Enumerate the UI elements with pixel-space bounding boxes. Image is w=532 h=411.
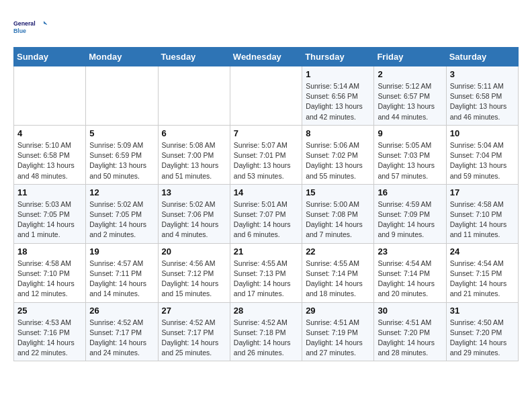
day-number: 26 bbox=[89, 306, 154, 316]
logo: General Blue bbox=[13, 13, 47, 40]
day-info: Sunrise: 4:52 AMSunset: 7:18 PMDaylight:… bbox=[234, 318, 298, 359]
calendar-cell: 25Sunrise: 4:53 AMSunset: 7:16 PMDayligh… bbox=[14, 302, 86, 361]
calendar-cell: 3Sunrise: 5:11 AMSunset: 6:58 PMDaylight… bbox=[446, 66, 518, 126]
day-number: 31 bbox=[450, 306, 515, 316]
day-info: Sunrise: 4:54 AMSunset: 7:14 PMDaylight:… bbox=[378, 259, 442, 300]
day-number: 25 bbox=[17, 306, 82, 316]
day-info: Sunrise: 5:11 AMSunset: 6:58 PMDaylight:… bbox=[450, 81, 515, 122]
calendar-cell: 14Sunrise: 5:01 AMSunset: 7:07 PMDayligh… bbox=[230, 184, 302, 243]
day-info: Sunrise: 5:10 AMSunset: 6:58 PMDaylight:… bbox=[17, 140, 82, 181]
calendar-cell bbox=[230, 66, 302, 126]
week-row-2: 4Sunrise: 5:10 AMSunset: 6:58 PMDaylight… bbox=[14, 125, 519, 184]
day-info: Sunrise: 4:52 AMSunset: 7:17 PMDaylight:… bbox=[89, 318, 154, 359]
day-info: Sunrise: 5:01 AMSunset: 7:07 PMDaylight:… bbox=[234, 199, 298, 240]
calendar-cell: 22Sunrise: 4:55 AMSunset: 7:14 PMDayligh… bbox=[302, 243, 374, 302]
day-info: Sunrise: 4:58 AMSunset: 7:10 PMDaylight:… bbox=[17, 259, 82, 300]
day-number: 23 bbox=[378, 246, 442, 257]
weekday-header-saturday: Saturday bbox=[446, 48, 518, 66]
day-info: Sunrise: 5:09 AMSunset: 6:59 PMDaylight:… bbox=[89, 140, 154, 181]
calendar-cell: 28Sunrise: 4:52 AMSunset: 7:18 PMDayligh… bbox=[230, 302, 302, 361]
calendar-cell: 29Sunrise: 4:51 AMSunset: 7:19 PMDayligh… bbox=[302, 302, 374, 361]
calendar-cell: 4Sunrise: 5:10 AMSunset: 6:58 PMDaylight… bbox=[14, 125, 86, 184]
calendar-cell: 17Sunrise: 4:58 AMSunset: 7:10 PMDayligh… bbox=[446, 184, 518, 243]
weekday-header-wednesday: Wednesday bbox=[230, 48, 302, 66]
day-info: Sunrise: 4:53 AMSunset: 7:16 PMDaylight:… bbox=[17, 318, 82, 359]
day-number: 5 bbox=[89, 128, 154, 138]
day-number: 20 bbox=[162, 246, 226, 257]
calendar-cell: 11Sunrise: 5:03 AMSunset: 7:05 PMDayligh… bbox=[14, 184, 86, 243]
day-info: Sunrise: 5:07 AMSunset: 7:01 PMDaylight:… bbox=[234, 140, 298, 181]
day-info: Sunrise: 4:51 AMSunset: 7:20 PMDaylight:… bbox=[378, 318, 442, 359]
calendar-cell: 13Sunrise: 5:02 AMSunset: 7:06 PMDayligh… bbox=[158, 184, 230, 243]
day-info: Sunrise: 5:12 AMSunset: 6:57 PMDaylight:… bbox=[378, 81, 442, 122]
calendar-cell: 26Sunrise: 4:52 AMSunset: 7:17 PMDayligh… bbox=[86, 302, 158, 361]
svg-text:Blue: Blue bbox=[13, 28, 26, 34]
calendar-cell bbox=[158, 66, 230, 126]
day-number: 4 bbox=[17, 128, 82, 138]
day-number: 21 bbox=[234, 246, 298, 257]
calendar-cell: 12Sunrise: 5:02 AMSunset: 7:05 PMDayligh… bbox=[86, 184, 158, 243]
day-number: 19 bbox=[89, 246, 154, 257]
day-number: 9 bbox=[378, 128, 442, 138]
day-info: Sunrise: 5:05 AMSunset: 7:03 PMDaylight:… bbox=[378, 140, 442, 181]
weekday-header-friday: Friday bbox=[374, 48, 446, 66]
day-info: Sunrise: 5:03 AMSunset: 7:05 PMDaylight:… bbox=[17, 199, 82, 240]
calendar-cell bbox=[86, 66, 158, 126]
day-info: Sunrise: 4:55 AMSunset: 7:13 PMDaylight:… bbox=[234, 259, 298, 300]
calendar-cell: 8Sunrise: 5:06 AMSunset: 7:02 PMDaylight… bbox=[302, 125, 374, 184]
day-info: Sunrise: 4:59 AMSunset: 7:09 PMDaylight:… bbox=[378, 199, 442, 240]
calendar-cell: 16Sunrise: 4:59 AMSunset: 7:09 PMDayligh… bbox=[374, 184, 446, 243]
day-number: 15 bbox=[306, 187, 370, 197]
day-number: 18 bbox=[17, 246, 82, 257]
day-number: 29 bbox=[306, 306, 370, 316]
weekday-header-tuesday: Tuesday bbox=[158, 48, 230, 66]
day-info: Sunrise: 4:54 AMSunset: 7:15 PMDaylight:… bbox=[450, 259, 515, 300]
day-number: 24 bbox=[450, 246, 515, 257]
day-number: 11 bbox=[17, 187, 82, 197]
day-info: Sunrise: 5:04 AMSunset: 7:04 PMDaylight:… bbox=[450, 140, 515, 181]
day-number: 1 bbox=[306, 69, 370, 79]
day-number: 16 bbox=[378, 187, 442, 197]
svg-text:General: General bbox=[13, 20, 36, 27]
calendar-cell: 23Sunrise: 4:54 AMSunset: 7:14 PMDayligh… bbox=[374, 243, 446, 302]
day-number: 10 bbox=[450, 128, 515, 138]
week-row-3: 11Sunrise: 5:03 AMSunset: 7:05 PMDayligh… bbox=[14, 184, 519, 243]
day-number: 17 bbox=[450, 187, 515, 197]
calendar-cell: 19Sunrise: 4:57 AMSunset: 7:11 PMDayligh… bbox=[86, 243, 158, 302]
day-number: 8 bbox=[306, 128, 370, 138]
day-number: 6 bbox=[162, 128, 226, 138]
day-info: Sunrise: 4:56 AMSunset: 7:12 PMDaylight:… bbox=[162, 259, 226, 300]
page-header: General Blue bbox=[13, 13, 519, 40]
calendar-table: SundayMondayTuesdayWednesdayThursdayFrid… bbox=[13, 47, 519, 361]
day-info: Sunrise: 5:06 AMSunset: 7:02 PMDaylight:… bbox=[306, 140, 370, 181]
day-number: 13 bbox=[162, 187, 226, 197]
day-number: 28 bbox=[234, 306, 298, 316]
day-info: Sunrise: 5:00 AMSunset: 7:08 PMDaylight:… bbox=[306, 199, 370, 240]
day-number: 27 bbox=[162, 306, 226, 316]
weekday-header-monday: Monday bbox=[86, 48, 158, 66]
calendar-cell: 5Sunrise: 5:09 AMSunset: 6:59 PMDaylight… bbox=[86, 125, 158, 184]
weekday-header-row: SundayMondayTuesdayWednesdayThursdayFrid… bbox=[14, 48, 519, 66]
calendar-cell: 10Sunrise: 5:04 AMSunset: 7:04 PMDayligh… bbox=[446, 125, 518, 184]
day-info: Sunrise: 5:02 AMSunset: 7:06 PMDaylight:… bbox=[162, 199, 226, 240]
day-info: Sunrise: 4:58 AMSunset: 7:10 PMDaylight:… bbox=[450, 199, 515, 240]
week-row-4: 18Sunrise: 4:58 AMSunset: 7:10 PMDayligh… bbox=[14, 243, 519, 302]
day-info: Sunrise: 5:02 AMSunset: 7:05 PMDaylight:… bbox=[89, 199, 154, 240]
week-row-5: 25Sunrise: 4:53 AMSunset: 7:16 PMDayligh… bbox=[14, 302, 519, 361]
day-number: 14 bbox=[234, 187, 298, 197]
calendar-cell: 9Sunrise: 5:05 AMSunset: 7:03 PMDaylight… bbox=[374, 125, 446, 184]
day-number: 2 bbox=[378, 69, 442, 79]
day-info: Sunrise: 4:51 AMSunset: 7:19 PMDaylight:… bbox=[306, 318, 370, 359]
day-number: 12 bbox=[89, 187, 154, 197]
day-info: Sunrise: 4:55 AMSunset: 7:14 PMDaylight:… bbox=[306, 259, 370, 300]
calendar-cell: 27Sunrise: 4:52 AMSunset: 7:17 PMDayligh… bbox=[158, 302, 230, 361]
day-number: 22 bbox=[306, 246, 370, 257]
weekday-header-sunday: Sunday bbox=[14, 48, 86, 66]
calendar-cell: 2Sunrise: 5:12 AMSunset: 6:57 PMDaylight… bbox=[374, 66, 446, 126]
calendar-cell: 6Sunrise: 5:08 AMSunset: 7:00 PMDaylight… bbox=[158, 125, 230, 184]
day-number: 3 bbox=[450, 69, 515, 79]
calendar-cell: 20Sunrise: 4:56 AMSunset: 7:12 PMDayligh… bbox=[158, 243, 230, 302]
calendar-cell: 30Sunrise: 4:51 AMSunset: 7:20 PMDayligh… bbox=[374, 302, 446, 361]
calendar-cell: 15Sunrise: 5:00 AMSunset: 7:08 PMDayligh… bbox=[302, 184, 374, 243]
svg-marker-2 bbox=[44, 21, 47, 25]
